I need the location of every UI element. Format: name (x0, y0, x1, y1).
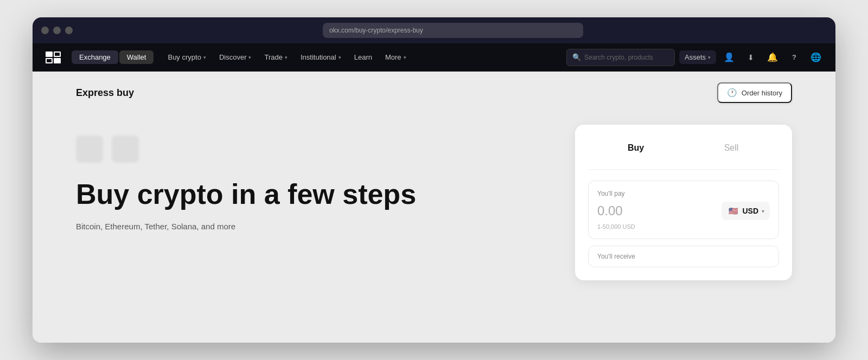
pay-amount[interactable]: 0.00 (597, 203, 623, 218)
buy-sell-widget: Buy Sell You'll pay 0.00 🇺🇸 USD (575, 125, 792, 280)
help-icon-button[interactable]: ? (786, 49, 803, 66)
pay-row: 0.00 🇺🇸 USD ▾ (597, 202, 770, 220)
traffic-light-maximize[interactable] (65, 27, 73, 34)
hero-decorations (76, 136, 553, 163)
hero-section: Buy crypto in a few steps Bitcoin, Ether… (33, 114, 835, 342)
currency-selector[interactable]: 🇺🇸 USD ▾ (722, 202, 770, 220)
nav-link-discover[interactable]: Discover ▾ (214, 50, 257, 65)
logo-sq-2 (54, 52, 61, 57)
search-icon: 🔍 (572, 53, 581, 61)
nav-link-buy-crypto[interactable]: Buy crypto ▾ (162, 50, 211, 65)
traffic-light-minimize[interactable] (53, 27, 61, 34)
download-icon-button[interactable]: ⬇ (742, 49, 760, 66)
page-header: Express buy 🕐 Order history (33, 72, 835, 114)
help-icon: ? (792, 53, 796, 61)
tab-exchange[interactable]: Exchange (72, 50, 118, 64)
bell-icon-button[interactable]: 🔔 (764, 49, 781, 66)
address-bar-text: okx.com/buy-crypto/express-buy (329, 27, 423, 34)
tab-wallet[interactable]: Wallet (119, 50, 154, 64)
page-title: Express buy (76, 87, 134, 99)
okx-logo-icon (43, 50, 63, 65)
currency-code: USD (742, 207, 758, 215)
widget-tabs: Buy Sell (588, 138, 779, 158)
nav-links: Buy crypto ▾ Discover ▾ Trade ▾ Institut… (162, 50, 566, 65)
pay-label: You'll pay (597, 190, 770, 197)
user-icon-button[interactable]: 👤 (720, 49, 738, 66)
order-history-button[interactable]: 🕐 Order history (717, 82, 792, 103)
assets-button[interactable]: Assets ▾ (679, 50, 716, 64)
chevron-down-icon: ▾ (404, 55, 406, 60)
pay-section: You'll pay 0.00 🇺🇸 USD ▾ 1-50,000 USD (588, 181, 779, 239)
bell-icon: 🔔 (767, 52, 778, 62)
deco-block-2 (112, 136, 139, 163)
usd-flag-icon: 🇺🇸 (727, 205, 739, 217)
widget-tab-buy[interactable]: Buy (588, 138, 684, 158)
globe-icon: 🌐 (810, 52, 821, 62)
browser-window: okx.com/buy-crypto/express-buy Exchange … (33, 17, 835, 343)
range-hint: 1-50,000 USD (597, 223, 770, 230)
chevron-down-icon: ▾ (248, 55, 251, 60)
user-icon: 👤 (724, 52, 735, 62)
logo-sq-1 (46, 52, 53, 57)
globe-icon-button[interactable]: 🌐 (807, 49, 825, 66)
browser-chrome: okx.com/buy-crypto/express-buy (33, 17, 835, 43)
traffic-light-close[interactable] (41, 27, 49, 34)
hero-title: Buy crypto in a few steps (76, 179, 553, 210)
nav-right: 🔍 Search crypto, products Assets ▾ 👤 ⬇ 🔔… (566, 49, 825, 66)
hero-subtitle: Bitcoin, Ethereum, Tether, Solana, and m… (76, 221, 553, 233)
logo[interactable] (43, 50, 63, 65)
search-input[interactable]: 🔍 Search crypto, products (566, 49, 675, 66)
chevron-down-icon: ▾ (708, 55, 711, 60)
nav-link-trade[interactable]: Trade ▾ (259, 50, 292, 65)
receive-label: You'll receive (597, 253, 770, 260)
logo-sq-3 (46, 58, 53, 63)
download-icon: ⬇ (748, 53, 754, 62)
logo-sq-4 (54, 58, 61, 63)
hero-left: Buy crypto in a few steps Bitcoin, Ether… (76, 114, 553, 233)
chevron-down-icon: ▾ (285, 55, 288, 60)
nav-link-institutional[interactable]: Institutional ▾ (295, 50, 347, 65)
deco-block-1 (76, 136, 103, 163)
widget-tab-sell[interactable]: Sell (684, 138, 779, 158)
traffic-lights (41, 27, 73, 34)
chevron-down-icon: ▾ (203, 55, 206, 60)
chevron-down-icon: ▾ (339, 55, 341, 60)
address-bar[interactable]: okx.com/buy-crypto/express-buy (323, 23, 583, 38)
nav-link-learn[interactable]: Learn (349, 50, 378, 65)
widget-divider (588, 169, 779, 170)
nav-link-more[interactable]: More ▾ (380, 50, 412, 65)
main-content: Express buy 🕐 Order history Buy crypto i… (33, 72, 835, 343)
receive-section: You'll receive (588, 246, 779, 267)
navbar: Exchange Wallet Buy crypto ▾ Discover ▾ … (33, 43, 835, 72)
nav-tabs: Exchange Wallet (72, 50, 154, 64)
order-history-icon: 🕐 (727, 88, 737, 98)
chevron-down-icon: ▾ (762, 208, 764, 214)
